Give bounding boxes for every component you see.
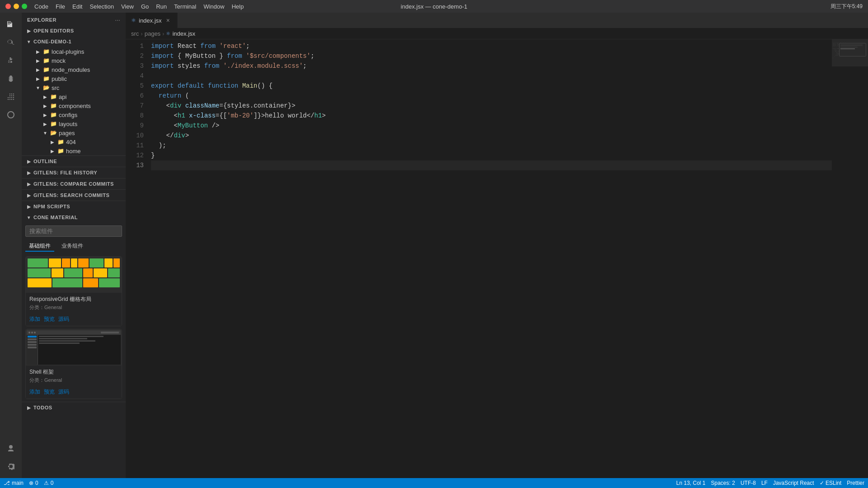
component-card-shell[interactable]: Shell 框架 分类：General 添加 预览 源码 [25, 329, 122, 399]
shell-header-bar [27, 330, 121, 335]
card-action-add-shell[interactable]: 添加 [29, 388, 40, 396]
tab-index-jsx[interactable]: ⚛ index.jsx × [126, 13, 178, 28]
card-category-shell: 分类：General [29, 377, 118, 384]
card-title-responsive-grid: ResponsiveGrid 栅格布局 [29, 296, 118, 303]
card-action-add-responsive-grid[interactable]: 添加 [29, 315, 40, 323]
breadcrumb-sep-2: › [162, 30, 164, 37]
card-action-preview-responsive-grid[interactable]: 预览 [44, 315, 55, 323]
activity-account[interactable] [3, 440, 19, 456]
titlebar-right: 周三下午5:49 [830, 3, 863, 10]
menu-terminal[interactable]: Terminal [174, 3, 196, 10]
component-list: ResponsiveGrid 栅格布局 分类：General 添加 预览 源码 [22, 253, 126, 402]
tree-item-configs[interactable]: 📁 configs [22, 110, 126, 119]
breadcrumb-pages[interactable]: pages [145, 30, 160, 37]
todos-chevron [25, 404, 33, 411]
folder-icon-configs: 📁 [50, 111, 57, 118]
chevron-mock [34, 57, 42, 64]
tree-item-api[interactable]: 📁 api [22, 92, 126, 101]
maximize-button[interactable] [22, 4, 27, 9]
folder-icon-public: 📁 [42, 75, 50, 82]
close-button[interactable] [5, 4, 11, 9]
menu-help[interactable]: Help [231, 3, 244, 10]
tree-item-layouts[interactable]: 📁 layouts [22, 119, 126, 128]
menu-code[interactable]: Code [34, 3, 48, 10]
outline-header[interactable]: OUTLINE [22, 156, 126, 167]
status-warnings[interactable]: ⚠ 0 [44, 480, 54, 486]
sidebar-more-icon[interactable]: ··· [115, 16, 120, 23]
npm-header[interactable]: NPM SCRIPTS [22, 201, 126, 212]
activity-search[interactable] [3, 34, 19, 51]
menu-go[interactable]: Go [141, 3, 149, 10]
editor-main: 1 2 3 4 5 6 7 8 9 10 11 12 13 import Rea… [126, 39, 868, 478]
todos-header[interactable]: TODOS [22, 402, 126, 413]
line-num-9: 9 [126, 121, 144, 131]
status-eol[interactable]: LF [761, 480, 768, 486]
gitlens-compare-header[interactable]: GITLENS: COMPARE COMMITS [22, 178, 126, 189]
project-header[interactable]: CONE-DEMO-1 [22, 36, 126, 47]
status-prettier[interactable]: Prettier [847, 480, 864, 486]
tree-item-home[interactable]: 📁 home [22, 146, 126, 155]
card-action-preview-shell[interactable]: 预览 [44, 388, 55, 396]
open-editors-header[interactable]: OPEN EDITORS [22, 25, 126, 36]
tab-basic-components[interactable]: 基础组件 [25, 241, 54, 252]
tree-item-src[interactable]: 📂 src [22, 83, 126, 92]
tree-item-mock[interactable]: 📁 mock [22, 56, 126, 65]
status-language[interactable]: JavaScript React [773, 480, 814, 486]
menu-file[interactable]: File [56, 3, 65, 10]
search-container [22, 223, 126, 239]
breadcrumb-src[interactable]: src [131, 30, 139, 37]
tab-close-button[interactable]: × [165, 17, 172, 24]
todos-label: TODOS [33, 405, 52, 410]
tree-item-404[interactable]: 📁 404 [22, 137, 126, 146]
activity-extensions[interactable] [3, 89, 19, 105]
status-eslint[interactable]: ✓ ESLint [820, 480, 842, 486]
activity-debug[interactable] [3, 70, 19, 87]
line-num-2: 2 [126, 51, 144, 61]
status-bar: ⎇ main ⊗ 0 ⚠ 0 Ln 13, Col 1 Spaces: 2 UT… [0, 478, 868, 488]
grid-cell [49, 258, 61, 267]
gitlens-history-header[interactable]: GITLENS: FILE HISTORY [22, 167, 126, 178]
component-search-input[interactable] [25, 225, 122, 237]
component-card-responsive-grid[interactable]: ResponsiveGrid 栅格布局 分类：General 添加 预览 源码 [25, 256, 122, 326]
code-editor[interactable]: import React from 'react'; import { MyBu… [147, 39, 832, 478]
card-action-source-responsive-grid[interactable]: 源码 [58, 315, 69, 323]
menu-run[interactable]: Run [156, 3, 167, 10]
status-cursor[interactable]: Ln 13, Col 1 [676, 480, 706, 486]
chevron-configs [42, 111, 49, 118]
menu-view[interactable]: View [121, 3, 134, 10]
minimize-button[interactable] [14, 4, 19, 9]
card-info-responsive-grid: ResponsiveGrid 栅格布局 分类：General [26, 293, 122, 314]
activity-explorer[interactable] [3, 16, 19, 33]
breadcrumb-file[interactable]: index.jsx [172, 30, 195, 37]
status-branch[interactable]: ⎇ main [4, 480, 24, 486]
card-action-source-shell[interactable]: 源码 [58, 388, 69, 396]
activity-remote[interactable] [3, 107, 19, 123]
tree-item-public[interactable]: 📁 public [22, 74, 126, 83]
tree-item-node-modules[interactable]: 📁 node_modules [22, 65, 126, 74]
tree-item-pages[interactable]: 📂 pages [22, 128, 126, 137]
label-404: 404 [66, 139, 76, 145]
chevron-api [42, 93, 49, 100]
gitlens-search-header[interactable]: GITLENS: SEARCH COMMITS [22, 190, 126, 201]
activity-bar [0, 13, 22, 478]
line-num-11: 11 [126, 141, 144, 150]
status-encoding[interactable]: UTF-8 [741, 480, 756, 486]
label-mock: mock [52, 57, 66, 64]
menu-window[interactable]: Window [203, 3, 224, 10]
menu-edit[interactable]: Edit [72, 3, 82, 10]
editor-area: ⚛ index.jsx × src › pages › ⚛ index.jsx … [126, 13, 868, 478]
cone-material-header[interactable]: CONE MATERIAL [22, 212, 126, 223]
activity-source-control[interactable] [3, 52, 19, 69]
tree-item-components[interactable]: 📁 components [22, 101, 126, 110]
status-spaces[interactable]: Spaces: 2 [711, 480, 735, 486]
grid-cell [83, 268, 92, 277]
tree-item-local-plugins[interactable]: 📁 local-plugins [22, 47, 126, 56]
spaces-label: Spaces: 2 [711, 480, 735, 486]
tab-business-components[interactable]: 业务组件 [58, 241, 87, 252]
open-editors-chevron [25, 27, 33, 34]
shell-nav-bar [101, 332, 119, 333]
activity-settings[interactable] [3, 458, 19, 474]
menu-selection[interactable]: Selection [90, 3, 113, 10]
status-errors[interactable]: ⊗ 0 [29, 480, 38, 486]
titlebar-left: Code File Edit Selection View Go Run Ter… [5, 3, 244, 10]
